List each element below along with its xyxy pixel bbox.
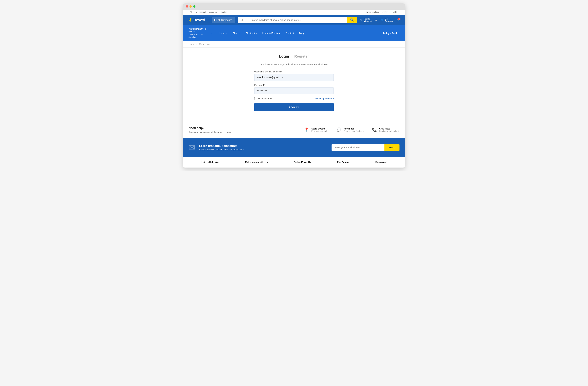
username-input[interactable] bbox=[254, 74, 334, 81]
login-container: Login Register If you have an account, s… bbox=[254, 54, 334, 111]
auth-tabs: Login Register bbox=[254, 54, 334, 59]
chat-action[interactable]: 📞 Chat Now Send us your feedback bbox=[372, 127, 399, 132]
feedback-title: Feedback bbox=[344, 127, 364, 130]
footer-col-4: Download bbox=[375, 161, 386, 164]
breadcrumb: Home › My account bbox=[183, 41, 405, 48]
utility-faq[interactable]: FAQ bbox=[189, 11, 192, 13]
language-chevron-icon bbox=[389, 12, 390, 13]
newsletter-subtitle: As well as news, special offers and prom… bbox=[199, 148, 244, 151]
nav-home[interactable]: Home bbox=[216, 30, 230, 37]
currency-chevron-icon bbox=[398, 12, 399, 13]
nav-contact[interactable]: Contact bbox=[283, 30, 296, 37]
store-locator-sub: Find a store nearby bbox=[311, 130, 328, 132]
phone-icon: 📞 bbox=[372, 128, 377, 132]
chat-sub: Send us your feedback bbox=[379, 130, 399, 132]
username-field-group: Username or email address * bbox=[254, 70, 334, 81]
feedback-action[interactable]: 💬 Feedback Send us your feedback bbox=[336, 127, 364, 132]
nav-shop[interactable]: Shop bbox=[230, 30, 243, 37]
newsletter-send-button[interactable]: SEND bbox=[384, 144, 399, 151]
logo-icon: ✳ bbox=[189, 18, 192, 23]
forgot-password-link[interactable]: Lost your password? bbox=[314, 97, 334, 100]
login-button[interactable]: LOG IN bbox=[254, 103, 334, 111]
store-locator-action[interactable]: 📍 Store Locator Find a store nearby bbox=[304, 127, 328, 132]
breadcrumb-separator: › bbox=[196, 43, 197, 45]
cart-action[interactable]: 🛒 0 bbox=[397, 19, 399, 21]
logo[interactable]: ✳ Bevesi bbox=[189, 18, 208, 23]
need-help-subtitle: Reach out to us on any of the support ch… bbox=[189, 131, 232, 133]
all-categories-btn[interactable]: All Categories bbox=[212, 17, 235, 23]
nav-shop-chevron-icon bbox=[239, 33, 240, 34]
feedback-sub: Send us your feedback bbox=[344, 130, 364, 132]
compare-action[interactable]: ⇄ bbox=[375, 19, 377, 21]
password-input[interactable] bbox=[254, 87, 334, 94]
nav-home-chevron-icon bbox=[226, 33, 227, 34]
currency-dropdown[interactable]: USD bbox=[393, 11, 399, 13]
promo-arrow-icon: › bbox=[211, 32, 212, 34]
footer-col-3: For Buyers bbox=[337, 161, 349, 164]
cart-badge: 0 bbox=[398, 18, 400, 20]
feedback-icon: 💬 bbox=[336, 128, 341, 132]
chat-title: Chat Now bbox=[379, 127, 399, 130]
header: ✳ Bevesi All Categories All 🔍 ♡ Reord bbox=[183, 15, 405, 25]
support-bar: Need help? Reach out to us on any of the… bbox=[183, 121, 405, 138]
password-label: Password * bbox=[254, 84, 334, 86]
utility-about[interactable]: About Us bbox=[209, 11, 217, 13]
footer-col-0: Let Us Help You bbox=[202, 161, 219, 164]
tab-register[interactable]: Register bbox=[294, 54, 309, 59]
username-label: Username or email address * bbox=[254, 70, 334, 73]
all-categories-label: All Categories bbox=[218, 19, 232, 21]
search-filter-dropdown[interactable]: All bbox=[238, 17, 248, 23]
grid-icon bbox=[214, 19, 216, 21]
mac-maximize-btn[interactable] bbox=[193, 5, 195, 8]
order-tracking-link[interactable]: Order Tracking bbox=[366, 11, 379, 13]
promo-line2: 2 hours with fast shipping. bbox=[189, 33, 210, 39]
newsletter-email-input[interactable] bbox=[332, 144, 384, 151]
heart-icon: ♡ bbox=[360, 19, 362, 21]
breadcrumb-home[interactable]: Home bbox=[189, 43, 194, 45]
remember-me-text: Remember me bbox=[258, 97, 273, 100]
footer-col-1: Make Money with Us bbox=[245, 161, 268, 164]
person-icon: 👤 bbox=[381, 19, 383, 21]
nav-blog[interactable]: Blog bbox=[296, 30, 306, 37]
language-dropdown[interactable]: English bbox=[381, 11, 390, 13]
password-field-group: Password * bbox=[254, 84, 334, 94]
newsletter-form: SEND bbox=[332, 144, 399, 151]
search-filter-chevron-icon bbox=[244, 20, 246, 21]
nav-electronics[interactable]: Electronics bbox=[243, 30, 260, 37]
location-icon: 📍 bbox=[304, 128, 309, 132]
footer-col-2: Get to Know Us bbox=[294, 161, 311, 164]
nav-bar: Your order is at your door in 2 hours wi… bbox=[183, 25, 405, 41]
breadcrumb-current: My account bbox=[199, 43, 210, 45]
auth-subtitle: If you have an account, sign in with you… bbox=[254, 63, 334, 66]
wishlist-action[interactable]: ♡ Reorder Wishlist bbox=[360, 18, 372, 22]
logo-text: Bevesi bbox=[193, 18, 205, 22]
utility-right: Order Tracking English USD bbox=[366, 11, 399, 13]
search-icon: 🔍 bbox=[350, 18, 354, 22]
form-options-row: Remember me Lost your password? bbox=[254, 97, 334, 100]
newsletter-icon: ✉ bbox=[189, 143, 195, 152]
newsletter-section: ✉ Learn first about discounts As well as… bbox=[183, 138, 405, 157]
nav-links: Home Shop Electronics Home & Furniture C… bbox=[216, 30, 306, 37]
today-deal-chevron-icon bbox=[398, 33, 399, 34]
store-locator-title: Store Locator bbox=[311, 127, 328, 130]
utility-contact[interactable]: Contact bbox=[221, 11, 228, 13]
search-input[interactable] bbox=[248, 17, 347, 23]
utility-bar: FAQ My account About Us Contact Order Tr… bbox=[183, 10, 405, 15]
search-bar: All 🔍 bbox=[238, 17, 357, 23]
search-button[interactable]: 🔍 bbox=[347, 17, 357, 23]
account-action[interactable]: 👤 Sign In Account bbox=[381, 18, 393, 22]
mac-titlebar bbox=[183, 3, 405, 10]
need-help: Need help? Reach out to us on any of the… bbox=[189, 126, 232, 133]
tab-login[interactable]: Login bbox=[279, 54, 289, 59]
header-actions: ♡ Reorder Wishlist ⇄ 👤 Sign In Account 🛒… bbox=[360, 18, 399, 22]
newsletter-text: Learn first about discounts As well as n… bbox=[199, 144, 244, 151]
remember-me-label[interactable]: Remember me bbox=[254, 97, 273, 100]
remember-checkbox[interactable] bbox=[254, 97, 257, 100]
today-deal[interactable]: Today's Deal bbox=[383, 30, 399, 37]
compare-icon: ⇄ bbox=[375, 19, 377, 21]
utility-my-account[interactable]: My account bbox=[196, 11, 206, 13]
nav-home-furniture[interactable]: Home & Furniture bbox=[260, 30, 283, 37]
mac-close-btn[interactable] bbox=[186, 5, 188, 8]
mac-minimize-btn[interactable] bbox=[189, 5, 192, 8]
footer-columns: Let Us Help You Make Money with Us Get t… bbox=[183, 157, 405, 168]
